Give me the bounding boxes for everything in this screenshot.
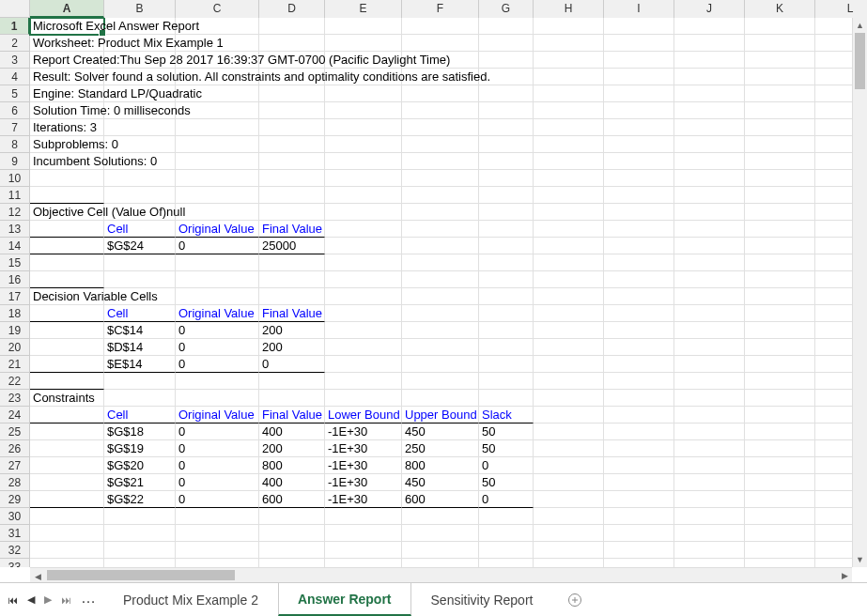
cell[interactable] <box>604 221 674 238</box>
cell[interactable] <box>402 542 479 559</box>
cell[interactable] <box>104 170 176 187</box>
row-header-15[interactable]: 15 <box>0 254 30 271</box>
constraints-col-lower[interactable]: Lower Bound <box>325 407 402 424</box>
cell[interactable] <box>402 373 479 390</box>
cell[interactable] <box>30 356 104 373</box>
cell[interactable] <box>604 373 674 390</box>
table-row[interactable]: 400 <box>259 424 325 440</box>
cell[interactable] <box>479 238 534 254</box>
col-header-i[interactable]: I <box>604 0 674 18</box>
cell[interactable] <box>674 457 745 474</box>
cell[interactable] <box>674 390 745 407</box>
tab-prev-icon[interactable]: ◀ <box>27 593 35 606</box>
cell[interactable] <box>402 508 479 525</box>
cell[interactable] <box>259 136 325 153</box>
row-header-31[interactable]: 31 <box>0 525 30 542</box>
cell[interactable] <box>534 153 604 170</box>
cell[interactable] <box>104 35 176 52</box>
constraints-col-final[interactable]: Final Value <box>259 407 325 424</box>
cell[interactable] <box>325 339 402 356</box>
cell[interactable] <box>815 187 852 204</box>
cell-a7[interactable]: Iterations: 3 <box>30 119 104 136</box>
cell[interactable] <box>815 508 852 525</box>
constraints-col-orig[interactable]: Original Value <box>176 407 259 424</box>
cell[interactable] <box>815 525 852 542</box>
cell[interactable] <box>534 407 604 424</box>
cell[interactable] <box>534 559 604 567</box>
cell[interactable] <box>402 559 479 567</box>
cell[interactable] <box>815 170 852 187</box>
cell[interactable] <box>104 153 176 170</box>
table-row[interactable]: 50 <box>479 424 534 440</box>
cell[interactable] <box>176 508 259 525</box>
table-row[interactable]: $G$19 <box>104 440 176 457</box>
cell[interactable] <box>479 170 534 187</box>
cell[interactable] <box>402 305 479 322</box>
cell[interactable] <box>604 525 674 542</box>
cell[interactable] <box>674 305 745 322</box>
cell[interactable] <box>325 52 402 69</box>
cell[interactable] <box>815 254 852 271</box>
cell[interactable] <box>815 542 852 559</box>
objective-col-cell[interactable]: Cell <box>104 221 176 238</box>
cell[interactable] <box>325 18 402 35</box>
cell[interactable] <box>815 85 852 102</box>
table-row[interactable]: 0 <box>176 491 259 508</box>
cell[interactable] <box>479 271 534 288</box>
row-header-18[interactable]: 18 <box>0 305 30 322</box>
cell[interactable] <box>402 356 479 373</box>
cell[interactable] <box>604 69 674 85</box>
cell[interactable] <box>604 119 674 136</box>
row-header-23[interactable]: 23 <box>0 390 30 407</box>
cell[interactable] <box>815 491 852 508</box>
cell[interactable] <box>479 35 534 52</box>
cell[interactable] <box>30 271 104 288</box>
cell[interactable] <box>259 119 325 136</box>
cell[interactable] <box>674 373 745 390</box>
cell[interactable] <box>325 559 402 567</box>
cell[interactable] <box>325 525 402 542</box>
cell[interactable] <box>534 525 604 542</box>
cell[interactable] <box>534 322 604 339</box>
cell[interactable] <box>745 457 815 474</box>
cell[interactable] <box>604 238 674 254</box>
cell[interactable] <box>534 102 604 119</box>
cell[interactable] <box>104 559 176 567</box>
cell[interactable] <box>604 491 674 508</box>
cell[interactable] <box>674 322 745 339</box>
cell[interactable] <box>176 373 259 390</box>
table-row[interactable]: 200 <box>259 339 325 356</box>
table-row[interactable]: 250 <box>402 440 479 457</box>
cell[interactable] <box>534 491 604 508</box>
cell[interactable] <box>104 136 176 153</box>
table-row[interactable]: -1E+30 <box>325 474 402 491</box>
cell[interactable] <box>30 339 104 356</box>
cell[interactable] <box>604 474 674 491</box>
cell[interactable] <box>674 254 745 271</box>
cell[interactable] <box>815 18 852 35</box>
cell[interactable] <box>745 35 815 52</box>
cell[interactable] <box>402 254 479 271</box>
cell[interactable] <box>479 288 534 305</box>
col-header-f[interactable]: F <box>402 0 479 18</box>
table-row[interactable]: 600 <box>259 491 325 508</box>
cell[interactable] <box>402 525 479 542</box>
row-header-3[interactable]: 3 <box>0 52 30 69</box>
cell[interactable] <box>815 204 852 221</box>
table-row[interactable]: $G$21 <box>104 474 176 491</box>
cell[interactable] <box>815 35 852 52</box>
cell[interactable] <box>176 119 259 136</box>
cell[interactable] <box>104 508 176 525</box>
table-row[interactable]: 200 <box>259 322 325 339</box>
cell[interactable] <box>815 356 852 373</box>
tab-next-icon[interactable]: ▶ <box>44 593 52 606</box>
objective-orig[interactable]: 0 <box>176 238 259 254</box>
cell[interactable] <box>104 390 176 407</box>
cell[interactable] <box>745 559 815 567</box>
cell[interactable] <box>402 18 479 35</box>
cell[interactable] <box>674 85 745 102</box>
cell[interactable] <box>745 322 815 339</box>
cell[interactable] <box>479 373 534 390</box>
table-row[interactable]: 0 <box>176 339 259 356</box>
table-row[interactable]: -1E+30 <box>325 440 402 457</box>
